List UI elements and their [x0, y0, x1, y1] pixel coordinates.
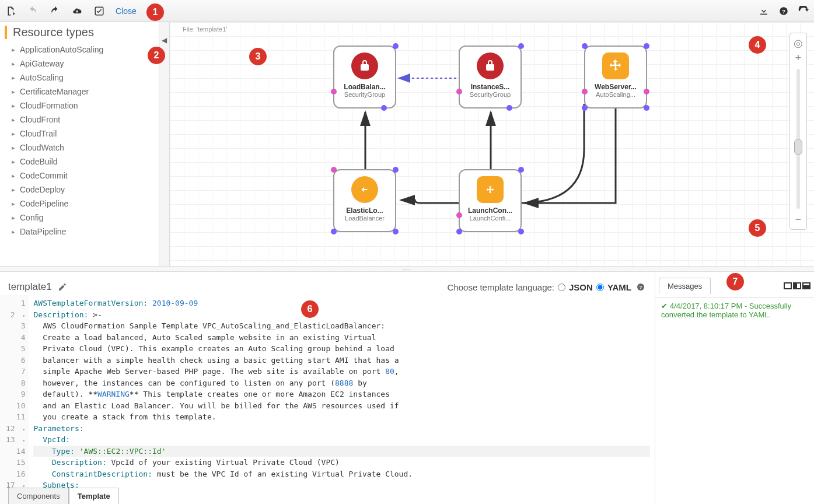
splitter[interactable]: ⋯⋯	[0, 266, 814, 272]
template-name: template1	[8, 281, 52, 293]
file-label: File: 'template1'	[183, 26, 227, 33]
annotation-5: 5	[749, 219, 766, 237]
resource-type-item[interactable]: CodeBuild	[5, 155, 159, 169]
check-icon: ✔	[661, 302, 668, 310]
radio-json[interactable]	[558, 284, 565, 291]
language-chooser: Choose template language: JSON YAML ?	[448, 281, 647, 293]
download-icon[interactable]	[758, 5, 770, 17]
zoom-slider[interactable]	[796, 69, 800, 209]
node-subtitle: LaunchConfi...	[470, 215, 511, 222]
node-title: WebServer...	[595, 83, 637, 91]
node-elb[interactable]: ElasticLo... LoadBalancer	[333, 169, 396, 232]
yaml-label[interactable]: YAML	[607, 282, 631, 292]
resource-type-item[interactable]: CloudFront	[5, 113, 159, 127]
cloud-upload-icon[interactable]	[71, 5, 83, 17]
node-title: LoadBalan...	[344, 83, 385, 91]
node-loadbalancer-sg[interactable]: LoadBalan... SecurityGroup	[333, 46, 396, 108]
node-launch-config[interactable]: LaunchCon... LaunchConfi...	[459, 169, 522, 232]
resource-type-item[interactable]: CodeCommit	[5, 169, 159, 183]
file-new-icon[interactable]	[5, 5, 16, 17]
tab-template[interactable]: Template	[69, 488, 119, 504]
node-title: InstanceS...	[471, 83, 510, 91]
tab-components[interactable]: Components	[8, 488, 69, 504]
node-instance-sg[interactable]: InstanceS... SecurityGroup	[459, 46, 522, 108]
node-title: ElasticLo...	[346, 206, 383, 215]
annotation-2: 2	[148, 47, 165, 64]
close-link[interactable]: Close	[116, 6, 137, 16]
messages-tab[interactable]: Messages	[659, 278, 711, 294]
svg-text:?: ?	[640, 285, 642, 290]
resource-type-item[interactable]: DataPipeline	[5, 225, 159, 239]
node-webserver-asg[interactable]: WebServer... AutoScaling...	[584, 46, 647, 108]
bottom-tabs: Components Template	[8, 488, 119, 504]
lang-label: Choose template language:	[448, 282, 554, 292]
zoom-in-icon[interactable]: +	[790, 51, 806, 65]
resource-type-item[interactable]: Config	[5, 211, 159, 225]
resource-type-item[interactable]: ApplicationAutoScaling	[5, 43, 159, 57]
annotation-6: 6	[301, 300, 319, 318]
annotation-1: 1	[146, 4, 164, 21]
radio-yaml[interactable]	[596, 284, 604, 291]
zoom-out-icon[interactable]: −	[790, 212, 806, 227]
node-title: LaunchCon...	[468, 206, 512, 215]
editor-pane: template1 Choose template language: JSON…	[0, 272, 655, 504]
resource-types-sidebar: Resource types ApplicationAutoScalingApi…	[0, 22, 170, 266]
node-subtitle: LoadBalancer	[345, 215, 385, 222]
resource-type-item[interactable]: CertificateManager	[5, 85, 159, 99]
zoom-fit-icon[interactable]: ◎	[790, 36, 806, 51]
redo-icon[interactable]	[49, 5, 61, 17]
annotation-3: 3	[249, 48, 267, 65]
resource-type-item[interactable]: AutoScaling	[5, 71, 159, 85]
node-subtitle: SecurityGroup	[344, 91, 385, 98]
lang-help-icon[interactable]: ?	[635, 281, 647, 293]
resource-type-item[interactable]: CodePipeline	[5, 197, 159, 211]
messages-pane: Messages ✔4/4/2017, 8:10:17 PM - Success…	[655, 272, 814, 504]
help-icon[interactable]: ?	[778, 5, 789, 17]
message-entry: ✔4/4/2017, 8:10:17 PM - Successfully con…	[655, 298, 814, 323]
annotation-4: 4	[749, 36, 766, 54]
svg-text:?: ?	[782, 8, 785, 14]
edit-name-icon[interactable]	[57, 281, 68, 293]
canvas[interactable]: File: 'template1' LoadBalan... SecurityG…	[170, 22, 814, 266]
resource-type-item[interactable]: ApiGateway	[5, 57, 159, 71]
node-subtitle: AutoScaling...	[596, 91, 635, 98]
resource-type-item[interactable]: CloudWatch	[5, 141, 159, 155]
json-label[interactable]: JSON	[569, 282, 593, 292]
refresh-icon[interactable]	[798, 5, 809, 17]
sidebar-title: Resource types	[5, 26, 159, 39]
resource-type-item[interactable]: CodeDeploy	[5, 183, 159, 197]
annotation-7: 7	[726, 273, 744, 290]
node-subtitle: SecurityGroup	[470, 91, 511, 98]
validate-icon[interactable]	[93, 5, 105, 17]
toolbar: Close ?	[0, 0, 814, 22]
undo-icon[interactable]	[27, 5, 39, 17]
code-editor[interactable]: 1 2 ▾3 4 5 6 7 8 9 10 11 12 ▾13 ▾14 15 1…	[0, 295, 655, 504]
layout-icons[interactable]	[784, 282, 810, 289]
zoom-control: ◎ + −	[789, 33, 807, 230]
resource-type-item[interactable]: CloudTrail	[5, 127, 159, 141]
resource-type-item[interactable]: CloudFormation	[5, 99, 159, 113]
